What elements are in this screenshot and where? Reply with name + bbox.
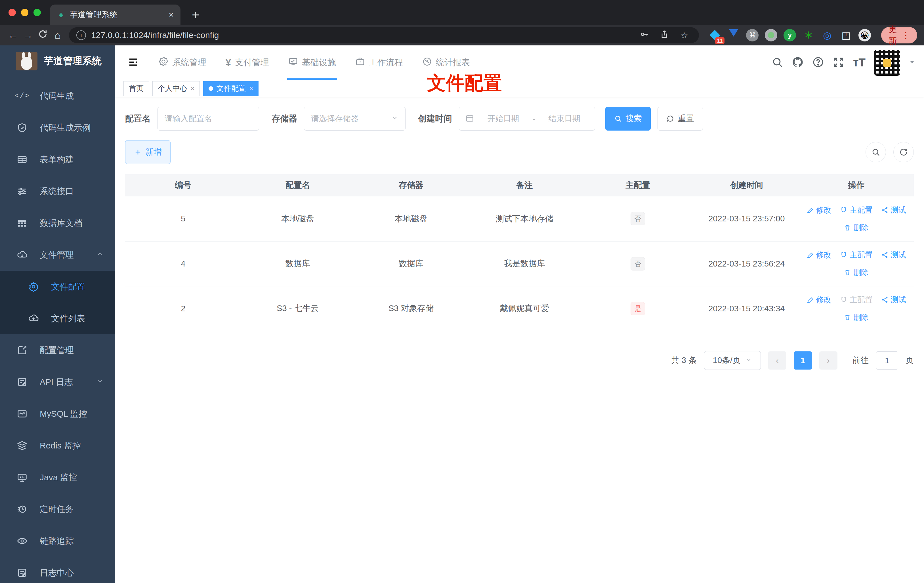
delete-link[interactable]: 删除 — [844, 223, 869, 233]
edit-label: 修改 — [816, 295, 832, 305]
extension-command-icon[interactable]: ⌘ — [746, 29, 759, 41]
master-config-link[interactable]: 主配置 — [840, 250, 873, 260]
extension-puzzle-icon[interactable]: ◳ — [840, 29, 852, 41]
sidebar-item-java-monitor[interactable]: Java 监控 — [0, 461, 115, 493]
sidebar-item-code-demo[interactable]: 代码生成示例 — [0, 112, 115, 144]
config-name-input[interactable] — [157, 107, 259, 130]
edit-link[interactable]: 修改 — [807, 205, 832, 215]
zoom-window-button[interactable] — [33, 9, 41, 16]
sidebar-item-api-log[interactable]: API 日志 — [0, 366, 115, 398]
sidebar-item-config-mgmt[interactable]: 配置管理 — [0, 334, 115, 366]
nav-item-label: 统计报表 — [436, 57, 470, 68]
browser-menu-icon[interactable]: ⋮ — [902, 30, 910, 40]
storage-select[interactable]: 请选择存储器 — [304, 107, 406, 130]
password-key-icon[interactable] — [637, 30, 652, 41]
add-button[interactable]: 新增 — [125, 140, 170, 164]
col-header-remark: 备注 — [468, 174, 581, 197]
next-page-button[interactable]: › — [819, 352, 837, 370]
dashboard-icon — [422, 57, 432, 68]
chevron-down-icon — [391, 114, 398, 124]
view-tab-label: 个人中心 — [158, 83, 187, 93]
extension-diamond-icon[interactable]: 11 — [709, 29, 721, 41]
page-size-select[interactable]: 10条/页 — [704, 351, 761, 370]
cell-name: 本地磁盘 — [241, 197, 355, 241]
extension-y-icon[interactable]: y — [784, 29, 796, 41]
extension-gem-icon[interactable] — [727, 29, 740, 41]
sidebar-item-label: 表单构建 — [40, 154, 104, 165]
close-view-tab-icon[interactable]: × — [191, 85, 195, 92]
sidebar-item-file-mgmt[interactable]: 文件管理 — [0, 239, 115, 271]
sidebar-item-code-gen[interactable]: </> 代码生成 — [0, 80, 115, 112]
sidebar-item-system-api[interactable]: 系统接口 — [0, 175, 115, 207]
prev-page-button[interactable]: ‹ — [768, 352, 786, 370]
sidebar-item-file-config[interactable]: 文件配置 — [0, 271, 115, 302]
sidebar-item-db-doc[interactable]: 数据库文档 — [0, 207, 115, 239]
edit-link[interactable]: 修改 — [807, 295, 832, 305]
test-link[interactable]: 测试 — [881, 295, 906, 305]
view-tab-file-config[interactable]: 文件配置 × — [203, 81, 259, 96]
extension-eye-icon[interactable]: ◎ — [821, 29, 833, 41]
delete-link[interactable]: 删除 — [844, 268, 869, 277]
browser-tab[interactable]: 芋道管理系统 × — [50, 5, 180, 25]
master-config-link[interactable]: 主配置 — [840, 205, 873, 215]
reset-button[interactable]: 重置 — [658, 107, 703, 130]
cell-storage: 数据库 — [355, 241, 468, 286]
sidebar-item-mysql-monitor[interactable]: MySQL 监控 — [0, 398, 115, 430]
bookmark-star-icon[interactable]: ☆ — [677, 30, 691, 40]
test-link[interactable]: 测试 — [881, 205, 906, 215]
view-tab-profile[interactable]: 个人中心 × — [152, 81, 200, 96]
date-range-picker[interactable]: 开始日期 - 结束日期 — [459, 107, 595, 130]
sidebar-item-label: 配置管理 — [40, 345, 104, 356]
sidebar-item-redis-monitor[interactable]: Redis 监控 — [0, 430, 115, 461]
view-tab-home[interactable]: 首页 — [124, 81, 149, 96]
test-link[interactable]: 测试 — [881, 250, 906, 260]
user-menu-caret-icon[interactable] — [909, 59, 916, 67]
nav-item-payment[interactable]: ¥ 支付管理 — [216, 45, 279, 80]
reload-icon[interactable] — [36, 29, 49, 41]
sidebar-item-form-builder[interactable]: 表单构建 — [0, 144, 115, 175]
sidebar-item-cron-job[interactable]: 定时任务 — [0, 493, 115, 525]
sidebar-item-log-center[interactable]: 日志中心 — [0, 557, 115, 583]
collapse-sidebar-icon[interactable] — [127, 56, 139, 69]
browser-update-button[interactable]: 更新 ⋮ — [881, 27, 917, 43]
github-icon[interactable] — [792, 56, 804, 69]
home-icon[interactable]: ⌂ — [51, 29, 64, 41]
database-table-icon — [16, 218, 28, 228]
search-icon[interactable] — [771, 56, 783, 69]
font-size-icon[interactable]: ᴛT — [853, 56, 866, 69]
close-window-button[interactable] — [8, 9, 16, 16]
search-button[interactable]: 搜索 — [605, 107, 651, 130]
test-label: 测试 — [891, 295, 906, 305]
table-refresh-icon[interactable] — [893, 142, 914, 162]
fullscreen-icon[interactable] — [833, 56, 845, 69]
start-date-placeholder[interactable]: 开始日期 — [479, 113, 527, 124]
share-icon[interactable] — [657, 30, 672, 41]
minimize-window-button[interactable] — [21, 9, 28, 16]
nav-item-workflow[interactable]: 工作流程 — [346, 45, 412, 80]
close-tab-icon[interactable]: × — [168, 10, 174, 20]
app-logo[interactable]: 芋道管理系统 — [0, 45, 115, 76]
extension-star-icon[interactable]: ✶ — [802, 29, 815, 41]
extension-dot-icon[interactable] — [765, 29, 777, 41]
cell-created: 2022-03-15 20:43:34 — [695, 286, 799, 331]
close-view-tab-icon[interactable]: × — [249, 85, 253, 92]
delete-link[interactable]: 删除 — [844, 312, 869, 322]
avatar[interactable] — [874, 50, 900, 76]
nav-item-system[interactable]: 系统管理 — [149, 45, 216, 80]
nav-item-infrastructure[interactable]: 基础设施 — [279, 45, 346, 80]
page-1-button[interactable]: 1 — [794, 352, 812, 370]
goto-page-input[interactable] — [876, 352, 898, 370]
sidebar-item-file-list[interactable]: 文件列表 — [0, 302, 115, 334]
address-bar[interactable]: i 127.0.0.1:1024/infra/file/file-config … — [69, 27, 699, 43]
forward-icon[interactable]: → — [21, 29, 34, 41]
end-date-placeholder[interactable]: 结束日期 — [540, 113, 589, 124]
new-tab-button[interactable]: + — [192, 5, 200, 25]
extension-emoji-icon[interactable]: 😀 — [858, 29, 871, 41]
table-search-toggle-icon[interactable] — [866, 142, 886, 162]
edit-link[interactable]: 修改 — [807, 250, 832, 260]
sidebar-item-trace[interactable]: 链路追踪 — [0, 525, 115, 557]
help-icon[interactable] — [812, 56, 824, 69]
back-icon[interactable]: ← — [7, 29, 19, 41]
sidebar-item-label: Redis 监控 — [40, 440, 104, 452]
site-info-icon[interactable]: i — [76, 30, 86, 40]
